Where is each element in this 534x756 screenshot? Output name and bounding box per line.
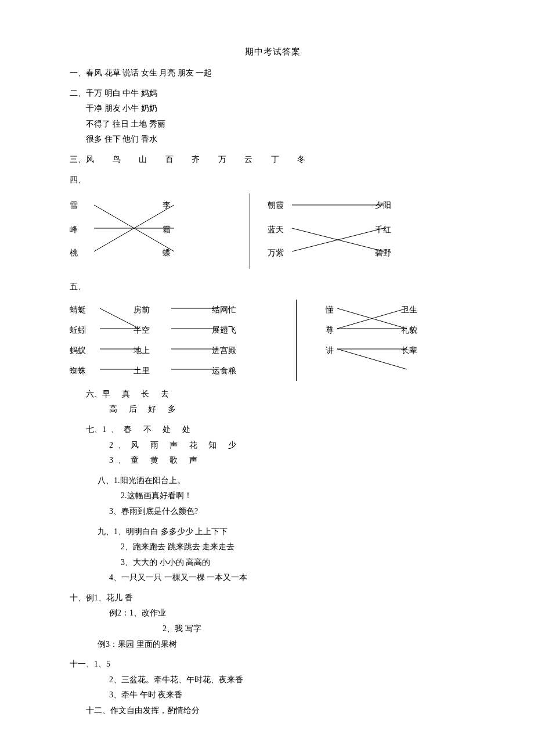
section-3-label: 三、 xyxy=(70,155,86,164)
match-group-left: 雪 峰 桃 李 霜 蝶 xyxy=(70,193,232,269)
section-11-item2: 2、三盆花。牵牛花、午时花、夜来香 xyxy=(109,672,476,688)
section-6-content1: 早 真 长 去 xyxy=(102,390,174,398)
section-10-example2b: 2、我 写字 xyxy=(163,621,476,637)
match5-group-left: 蜻蜓 蚯蚓 蚂蚁 蜘蛛 房前 半空 地上 土里 结网忙 展翅飞 进宫殿 运食粮 xyxy=(70,300,284,381)
m5-col3-2: 展翅飞 xyxy=(212,323,236,339)
match2-right-3: 碧野 xyxy=(375,246,391,261)
section-2-label: 二、千万 明白 中牛 妈妈 xyxy=(70,86,476,102)
section-10-label: 十、例1、花儿 香 xyxy=(70,591,476,606)
section-2-line3: 不得了 往日 土地 秀丽 xyxy=(86,117,476,132)
section-9: 九、1、明明白白 多多少少 上上下下 2、跑来跑去 跳来跳去 走来走去 3、大大… xyxy=(70,524,476,586)
section-4-label: 四、 xyxy=(70,172,476,188)
section-6-line2: 高 后 好 多 xyxy=(70,402,476,417)
m5-col2-3: 地上 xyxy=(134,343,150,359)
match-left-2: 峰 xyxy=(70,222,78,238)
m5r-right-2: 礼貌 xyxy=(401,323,417,339)
section-7-label: 七、1、春 不 处 处 xyxy=(86,422,476,438)
section-3-content: 风 鸟 山 百 齐 万 云 丁 冬 xyxy=(86,155,313,164)
section-8-label: 八、1.阳光洒在阳台上。 xyxy=(98,473,476,489)
match-right-3: 蝶 xyxy=(163,246,171,261)
section-11-item3: 3、牵牛 午时 夜来香 xyxy=(109,687,476,703)
section-10: 十、例1、花儿 香 例2：1、改作业 2、我 写字 例3：果园 里面的果树 xyxy=(70,591,476,652)
section-7-item3: 3、童 黄 歌 声 xyxy=(109,453,476,469)
section-8: 八、1.阳光洒在阳台上。 2.这幅画真好看啊！ 3、春雨到底是什么颜色? xyxy=(70,473,476,520)
match5-lines-left xyxy=(70,300,284,381)
match2-left-1: 朝霞 xyxy=(268,198,284,214)
section-5-label: 五、 xyxy=(70,279,476,295)
match-left-3: 桃 xyxy=(70,246,78,261)
section-4-matching: 雪 峰 桃 李 霜 蝶 朝霞 蓝天 万紫 夕阳 千红 碧野 xyxy=(70,193,476,269)
svg-line-5 xyxy=(292,228,384,251)
match5-lines-right xyxy=(326,300,453,381)
section-10-example2: 例2：1、改作业 xyxy=(109,606,476,621)
svg-line-18 xyxy=(337,349,407,369)
svg-line-4 xyxy=(292,228,384,251)
section-8-item2: 2.这幅画真好看啊！ xyxy=(121,488,476,504)
m5r-right-1: 卫生 xyxy=(401,303,417,318)
match5-divider xyxy=(296,300,297,381)
section-2: 二、千万 明白 中牛 妈妈 干净 朋友 小牛 奶奶 不得了 往日 土地 秀丽 很… xyxy=(70,86,476,147)
m5-col3-1: 结网忙 xyxy=(212,303,236,318)
match-left-1: 雪 xyxy=(70,198,78,214)
matching-divider xyxy=(250,193,250,269)
section-2-line4: 很多 住下 他们 香水 xyxy=(86,132,476,147)
match2-left-2: 蓝天 xyxy=(268,222,284,238)
section-11-label: 十一、1、5 xyxy=(70,657,476,672)
section-11: 十一、1、5 2、三盆花。牵牛花、午时花、夜来香 3、牵牛 午时 夜来香 十二、… xyxy=(70,657,476,718)
section-9-item1: 1、明明白白 多多少少 上上下下 xyxy=(114,527,228,536)
m5-col1-3: 蚂蚁 xyxy=(70,343,86,359)
match-lines-left xyxy=(70,193,232,269)
section-12: 十二、作文自由发挥，酌情给分 xyxy=(86,703,476,719)
m5-col1-2: 蚯蚓 xyxy=(70,323,86,339)
match-group-right: 朝霞 蓝天 万紫 夕阳 千红 碧野 xyxy=(268,193,430,269)
m5r-left-1: 懂 xyxy=(326,303,334,318)
section-4: 四、 雪 峰 桃 李 霜 蝶 xyxy=(70,172,476,269)
match2-right-2: 千红 xyxy=(375,222,391,238)
section-9-label: 九、1、明明白白 多多少少 上上下下 xyxy=(98,524,476,540)
m5r-right-3: 长辈 xyxy=(401,343,417,359)
match5-group-right: 懂 尊 讲 卫生 礼貌 长辈 xyxy=(326,300,453,381)
section-10-example1: 例1、花儿 香 xyxy=(86,593,133,602)
section-7-item1: 1、春 不 处 处 xyxy=(102,425,195,434)
m5-col2-1: 房前 xyxy=(134,303,150,318)
section-1: 一、春风 花草 说话 女生 月亮 朋友 一起 xyxy=(70,66,476,81)
section-8-item1: 1.阳光洒在阳台上。 xyxy=(114,476,185,485)
section-9-item2: 2、跑来跑去 跳来跳去 走来走去 xyxy=(121,539,476,555)
section-1-label: 一、春风 花草 说话 女生 月亮 朋友 一起 xyxy=(70,69,212,77)
m5-col3-4: 运食粮 xyxy=(212,363,236,379)
section-2-line2: 干净 朋友 小牛 奶奶 xyxy=(86,101,476,117)
m5-col3-3: 进宫殿 xyxy=(212,343,236,359)
section-9-item4: 4、一只又一只 一棵又一棵 一本又一本 xyxy=(109,570,476,586)
section-5-matching: 蜻蜓 蚯蚓 蚂蚁 蜘蛛 房前 半空 地上 土里 结网忙 展翅飞 进宫殿 运食粮 xyxy=(70,300,476,381)
match-right-2: 霜 xyxy=(163,222,171,238)
match2-right-1: 夕阳 xyxy=(375,198,391,214)
m5-col2-2: 半空 xyxy=(134,323,150,339)
m5r-left-3: 讲 xyxy=(326,343,334,359)
match-right-1: 李 xyxy=(163,198,171,214)
section-11-item1: 1、5 xyxy=(94,660,110,668)
m5-col1-4: 蜘蛛 xyxy=(70,363,86,379)
section-3: 三、风 鸟 山 百 齐 万 云 丁 冬 xyxy=(70,152,476,168)
page-title: 期中考试答案 xyxy=(70,46,476,57)
match2-left-3: 万紫 xyxy=(268,246,284,261)
section-5: 五、 xyxy=(70,279,476,381)
section-6: 六、早 真 长 去 高 后 好 多 xyxy=(70,387,476,417)
match-lines-right xyxy=(268,193,430,269)
section-9-item3: 3、大大的 小小的 高高的 xyxy=(121,555,476,571)
section-6-content2: 高 后 好 多 xyxy=(109,405,181,413)
m5-col1-1: 蜻蜓 xyxy=(70,303,86,318)
section-7-item2: 2、风 雨 声 花 知 少 xyxy=(109,438,476,453)
section-7: 七、1、春 不 处 处 2、风 雨 声 花 知 少 3、童 黄 歌 声 xyxy=(70,422,476,469)
m5r-left-2: 尊 xyxy=(326,323,334,339)
section-8-item3: 3、春雨到底是什么颜色? xyxy=(109,504,476,520)
section-10-example3: 例3：果园 里面的果树 xyxy=(98,637,476,653)
page-container: 期中考试答案 一、春风 花草 说话 女生 月亮 朋友 一起 二、千万 明白 中牛… xyxy=(70,46,476,719)
section-6-line1: 六、早 真 长 去 xyxy=(70,387,476,402)
m5-col2-4: 土里 xyxy=(134,363,150,379)
